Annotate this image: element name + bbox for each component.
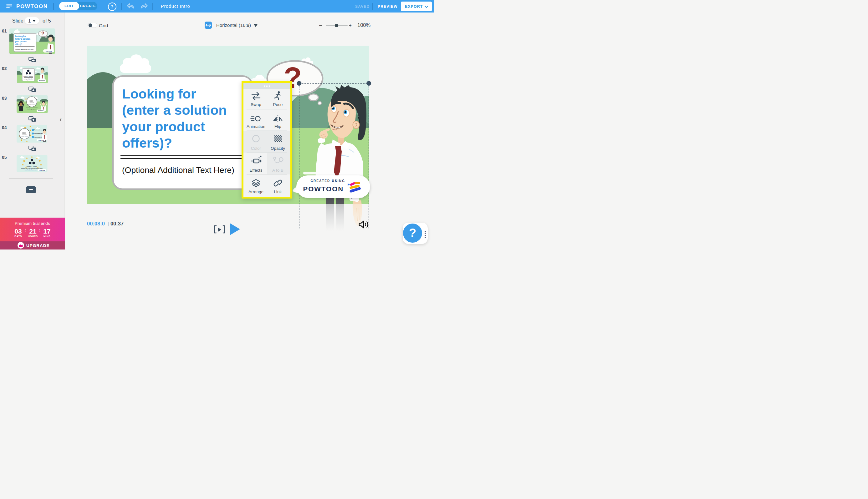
- svg-text:1: 1: [33, 130, 33, 131]
- svg-text:2: 2: [33, 133, 33, 134]
- svg-text:INSERT LOGO: INSERT LOGO: [23, 75, 33, 77]
- svg-text:INSERT LOGO: INSERT LOGO: [27, 165, 37, 167]
- svg-text:POWTOON: POWTOON: [38, 139, 44, 141]
- svg-text:Looking for: Looking for: [15, 35, 26, 37]
- svg-text:POWTOON: POWTOON: [38, 110, 44, 111]
- svg-text:INSERT IMAGE: INSERT IMAGE: [20, 136, 28, 137]
- svg-text:Would you like to learn more a: Would you like to learn more about (prod…: [21, 168, 43, 169]
- svg-text:(Optional Additional Text Here: (Optional Additional Text Here): [122, 165, 234, 174]
- svg-text:INSERT IMAGE: INSERT IMAGE: [28, 104, 36, 105]
- svg-text:3: 3: [33, 137, 33, 138]
- svg-text:POWTOON: POWTOON: [45, 50, 52, 52]
- svg-text:your product: your product: [122, 119, 205, 134]
- svg-text:POWTOON: POWTOON: [39, 80, 45, 82]
- svg-text:the product: the product: [26, 80, 31, 81]
- svg-text:offers)?: offers)?: [15, 43, 23, 45]
- svg-text:Looking for: Looking for: [122, 86, 196, 101]
- svg-text:Point number one: Point number one: [34, 129, 43, 130]
- svg-text:?: ?: [41, 31, 45, 36]
- svg-text:Introduce your product: Introduce your product: [27, 108, 36, 109]
- svg-text:POWTOON: POWTOON: [39, 169, 45, 171]
- svg-text:Point number three: Point number three: [34, 136, 44, 137]
- svg-text:Point number two: Point number two: [34, 133, 43, 134]
- svg-text:(enter a solution: (enter a solution: [122, 102, 227, 118]
- svg-text:(enter a solution: (enter a solution: [15, 37, 31, 40]
- svg-text:your product: your product: [15, 40, 27, 43]
- svg-text:(Optional Additional Text Here: (Optional Additional Text Here): [15, 48, 34, 50]
- svg-text:offers)?: offers)?: [122, 135, 172, 150]
- svg-text:www.ProductName.com: www.ProductName.com: [24, 169, 37, 170]
